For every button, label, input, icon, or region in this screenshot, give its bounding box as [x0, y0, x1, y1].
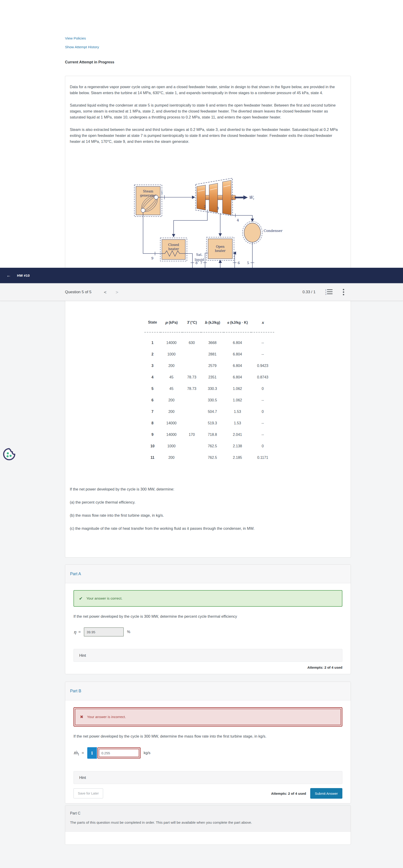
line-state2 [174, 210, 207, 237]
part-b-header: Part B [65, 682, 351, 701]
percent-unit-label: % [127, 630, 130, 634]
table-cell: 718.8 [201, 429, 224, 440]
part-b-attempts: Attempts: 2 of 4 used [271, 792, 306, 796]
equals-sign: = [78, 630, 81, 634]
table-header-cell: h (kJ/kg) [201, 317, 224, 328]
part-b-hint-bar[interactable]: Hint [73, 771, 342, 784]
table-cell: -- [251, 348, 274, 360]
table-cell: 1.062 [224, 383, 251, 395]
table-cell: 2351 [201, 372, 224, 383]
table-cell: 2.185 [224, 452, 251, 463]
table-cell [182, 360, 201, 372]
table-header-cell: p (kPa) [160, 317, 182, 328]
table-cell: 1000 [160, 440, 182, 452]
table-cell: 2.138 [224, 440, 251, 452]
mass-flow-input-wrapper [97, 747, 141, 758]
line-state9 [143, 212, 162, 253]
data-card: Statep (kPa)T (°C)h (kJ/kg)s (kJ/kg · K)… [65, 301, 351, 558]
part-b-hint-label: Hint [79, 775, 86, 780]
table-cell: -- [251, 337, 274, 348]
question-c: (c) the magnitude of the rate of heat tr… [70, 526, 254, 531]
svg-text:Closed: Closed [168, 243, 179, 247]
page: View Policies Show Attempt History Curre… [0, 0, 403, 868]
table-cell: 170 [182, 429, 201, 440]
kebab-menu-icon[interactable] [343, 289, 344, 296]
part-a-question: If the net power developed by the cycle … [73, 614, 342, 619]
part-b-question: If the net power developed by the cycle … [73, 734, 342, 739]
state-label-2: 2 [204, 205, 206, 209]
table-cell: 6 [145, 395, 160, 406]
sat-liquid-label-2: liquid [195, 258, 204, 261]
table-cell: 8 [145, 417, 160, 429]
eta-symbol: η [73, 629, 76, 634]
submit-answer-button[interactable]: Submit Answer [310, 788, 342, 799]
table-cell: 1.062 [224, 395, 251, 406]
incorrect-answer-alert: ✖ Your answer is incorrect. [73, 707, 342, 726]
table-row: 44578.7323516.8040.8743 [145, 372, 274, 383]
back-arrow-icon[interactable]: ← [6, 273, 11, 278]
cookie-consent-icon[interactable] [2, 447, 16, 462]
table-cell: 14000 [160, 429, 182, 440]
sat-liquid-label: Sat. [196, 253, 203, 256]
table-cell: 0.9423 [251, 360, 274, 372]
checkmark-icon: ✔ [79, 596, 83, 601]
table-cell: 200 [160, 395, 182, 406]
view-policies-link[interactable]: View Policies [65, 36, 86, 40]
kgs-unit-label: kg/s [144, 751, 150, 755]
table-cell: 2.041 [224, 429, 251, 440]
current-attempt-heading: Current Attempt in Progress [65, 60, 114, 64]
table-cell: 4 [145, 372, 160, 383]
assignment-title: HW #10 [17, 274, 30, 277]
table-header-cell: x [251, 317, 274, 328]
part-b-panel: Part B ✖ Your answer is incorrect. If th… [65, 682, 351, 804]
incorrect-alert-text: Your answer is incorrect. [87, 715, 126, 719]
mass-flow-input[interactable] [99, 749, 139, 757]
cycle-diagram-figure: Steam generator 1 [129, 175, 289, 268]
table-row: 54578.73330.31.0620 [145, 383, 274, 395]
table-cell: 330.5 [201, 395, 224, 406]
part-a-header: Part A [65, 565, 351, 583]
save-for-later-button[interactable]: Save for Later [73, 788, 103, 799]
table-cell: 3 [145, 360, 160, 372]
svg-text:Condenser: Condenser [264, 229, 283, 233]
question-counter: Question 5 of 5 [65, 290, 91, 294]
state-label-6: 6 [238, 261, 240, 265]
table-row: 814000519.31.53-- [145, 417, 274, 429]
table-cell: 5 [145, 383, 160, 395]
table-cell: 0 [251, 406, 274, 417]
table-cell: 78.73 [182, 372, 201, 383]
next-question-chevron[interactable]: > [116, 289, 118, 294]
state-label-3: 3 [217, 206, 219, 210]
part-c-header: Part C The parts of this question must b… [65, 805, 351, 832]
svg-text:3: 3 [325, 293, 326, 295]
question-a: (a) the percent cycle thermal efficiency… [70, 499, 254, 505]
table-cell: -- [251, 417, 274, 429]
state-label-1: 1 [161, 191, 163, 195]
prev-question-chevron[interactable]: < [104, 289, 106, 294]
table-row: 2100028816.804-- [145, 348, 274, 360]
svg-text:heater: heater [215, 249, 226, 253]
table-cell: 0 [251, 383, 274, 395]
part-c-title: Part C [70, 811, 346, 815]
table-cell: 2579 [201, 360, 224, 372]
table-cell: 0.1171 [251, 452, 274, 463]
question-list-icon[interactable]: 1 2 3 [325, 289, 333, 295]
table-cell [182, 395, 201, 406]
problem-paragraph-1: Data for a regenerative vapor power cycl… [70, 84, 339, 96]
part-a-hint-bar[interactable]: Hint [73, 649, 342, 662]
table-cell: 1.53 [224, 406, 251, 417]
turbine-work-arrow: Ẇt [235, 195, 254, 200]
show-attempt-history-link[interactable]: Show Attempt History [65, 45, 99, 49]
table-cell [182, 440, 201, 452]
table-cell: 6.804 [224, 360, 251, 372]
state-label-5: 5 [247, 261, 249, 265]
part-c-message: The parts of this question must be compl… [70, 820, 346, 825]
table-cell: 6.804 [224, 348, 251, 360]
table-row: 7200504.71.530 [145, 406, 274, 417]
efficiency-input[interactable] [84, 627, 124, 637]
question-toolbar: Question 5 of 5 < > 0.33 / 1 1 2 3 [0, 283, 403, 301]
info-button[interactable]: i [87, 747, 97, 759]
table-cell: 9 [145, 429, 160, 440]
svg-text:2: 2 [325, 291, 326, 293]
line-state8 [185, 253, 192, 268]
